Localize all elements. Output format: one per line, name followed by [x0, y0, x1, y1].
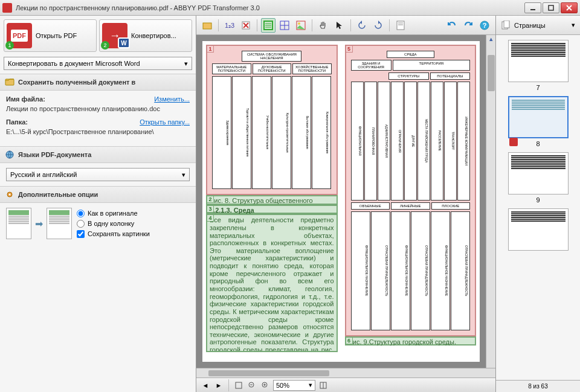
- titlebar: Лекции по пространственному планированию…: [0, 0, 580, 16]
- zoom-combo[interactable]: 50% ▾: [273, 380, 315, 391]
- section-opts-header: Дополнительные опции: [0, 186, 196, 203]
- section-lang-header: Языки PDF-документа: [0, 146, 196, 163]
- pages-panel: Страницы ▾ 7 8 9 8 из 63: [495, 16, 580, 392]
- help-icon[interactable]: ?: [477, 18, 492, 33]
- image-region-icon[interactable]: [294, 18, 308, 33]
- convert-label: Конвертиров...: [131, 32, 176, 39]
- close-button[interactable]: [561, 2, 578, 13]
- svg-text:PDF: PDF: [13, 32, 26, 39]
- arrow-right-icon: ➡: [35, 218, 43, 230]
- svg-text:1₂3: 1₂3: [225, 22, 234, 29]
- filename-label: Имя файла:: [6, 95, 45, 103]
- maximize-button[interactable]: [543, 2, 559, 13]
- filename-value: Лекции по пространственному планированию…: [6, 105, 190, 112]
- open-icon[interactable]: [200, 18, 214, 33]
- convert-target-value: Конвертировать в документ Microsoft Word: [8, 60, 140, 67]
- toolbar: 1₂3 ?: [196, 16, 495, 35]
- fit-page-icon[interactable]: [318, 380, 329, 391]
- next-page-icon[interactable]: ►: [213, 380, 224, 391]
- region-number: 1: [207, 45, 214, 53]
- center-area: 1₂3 ? 1: [196, 16, 495, 392]
- redo-icon[interactable]: [461, 18, 475, 33]
- folder-value: E:\...\5-й курс\Пространственное планиро…: [6, 128, 190, 135]
- svg-rect-29: [236, 382, 242, 388]
- rotate-left-icon[interactable]: [355, 18, 369, 33]
- left-panel: PDF Открыть PDF W Конвертиров... Конверт…: [0, 16, 196, 392]
- svg-rect-38: [504, 21, 509, 28]
- pointer-icon[interactable]: [332, 18, 347, 33]
- layout-onecol-radio[interactable]: В одну колонку: [77, 220, 150, 228]
- document-view[interactable]: 1 СИСТЕМА ОБСЛУЖИВАНИЯ НАСЕЛЕНИЯ МАТЕРИА…: [196, 35, 495, 368]
- hand-icon[interactable]: [316, 18, 330, 33]
- gear-icon: [5, 190, 14, 199]
- page-thumb-10[interactable]: [508, 208, 569, 251]
- window-title: Лекции по пространственному планированию…: [16, 4, 524, 11]
- zoom-in-icon[interactable]: [260, 380, 271, 391]
- bottom-bar: ◄ ► 50% ▾: [196, 378, 495, 392]
- keep-images-check[interactable]: Сохранять картинки: [77, 230, 150, 238]
- convert-target-combo[interactable]: Конвертировать в документ Microsoft Word…: [4, 57, 192, 70]
- folder-label: Папка:: [6, 118, 28, 126]
- language-value: Русский и английский: [10, 171, 77, 178]
- page-thumb-7[interactable]: 7: [508, 40, 569, 91]
- vertical-scrollbar[interactable]: ▴: [486, 35, 495, 368]
- rotate-right-icon[interactable]: [371, 18, 385, 33]
- table-region-icon[interactable]: [277, 18, 292, 33]
- recognized-badge-icon: [509, 138, 518, 146]
- delete-icon[interactable]: [239, 18, 253, 33]
- svg-text:?: ?: [483, 22, 487, 29]
- language-combo[interactable]: Русский и английский ▾: [6, 168, 190, 181]
- chevron-down-icon: ▾: [309, 381, 312, 389]
- renumber-icon[interactable]: 1₂3: [222, 18, 237, 33]
- region-body: 4 Все виды деятельности предметно закреп…: [206, 214, 338, 352]
- word-badge-icon: W: [118, 37, 130, 48]
- section-save-header: Сохранить полученный документ в: [0, 74, 196, 91]
- svg-point-9: [9, 194, 11, 196]
- undo-icon[interactable]: [445, 18, 459, 33]
- layout-original-radio[interactable]: Как в оригинале: [77, 210, 150, 217]
- page-thumb-8[interactable]: 8: [508, 96, 569, 147]
- svg-point-23: [298, 22, 300, 25]
- prev-page-icon[interactable]: ◄: [200, 380, 211, 391]
- horizontal-scrollbar[interactable]: [196, 368, 495, 378]
- zoom-out-icon[interactable]: [246, 380, 257, 391]
- pages-title: Страницы: [514, 22, 546, 29]
- page-thumb-9[interactable]: 9: [508, 152, 569, 204]
- properties-icon[interactable]: [393, 18, 408, 33]
- open-pdf-label: Открыть PDF: [36, 32, 77, 39]
- globe-icon: [5, 150, 14, 159]
- open-pdf-button[interactable]: PDF Открыть PDF: [4, 19, 97, 52]
- folder-open-link[interactable]: Открыть папку...: [140, 118, 190, 126]
- app-icon: [2, 3, 12, 13]
- chevron-down-icon: ▾: [182, 171, 185, 179]
- convert-icon: W: [102, 23, 127, 48]
- save-icon: [5, 77, 14, 87]
- pages-icon: [501, 21, 511, 30]
- chevron-down-icon: ▾: [184, 60, 188, 68]
- minimize-button[interactable]: [524, 2, 541, 13]
- chevron-down-icon: ▾: [572, 21, 575, 29]
- convert-button[interactable]: W Конвертиров...: [99, 19, 192, 52]
- svg-rect-24: [397, 21, 404, 30]
- filename-change-link[interactable]: Изменить...: [154, 95, 190, 103]
- region-caption: 2 Рис. 8. Структура общественного обслуж…: [206, 195, 338, 205]
- text-region-icon[interactable]: [261, 18, 276, 33]
- svg-rect-10: [203, 23, 211, 29]
- svg-rect-1: [549, 5, 553, 10]
- fit-width-icon[interactable]: [233, 380, 244, 391]
- layout-preview-thumbs: ➡: [6, 208, 72, 239]
- open-pdf-icon: PDF: [7, 23, 32, 48]
- page-counter: 8 из 63: [496, 380, 580, 392]
